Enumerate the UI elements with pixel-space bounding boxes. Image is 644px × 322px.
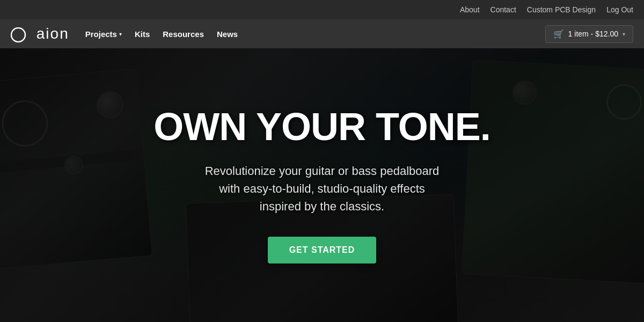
logo-text: aion bbox=[36, 25, 69, 42]
hero-section: OWN YOUR TONE. Revolutionize your guitar… bbox=[0, 48, 644, 322]
top-bar-nav: About Contact Custom PCB Design Log Out bbox=[460, 5, 633, 14]
main-nav: aion Projects ▾ Kits Resources News 🛒 1 … bbox=[0, 19, 644, 48]
get-started-button[interactable]: GET STARTED bbox=[268, 237, 377, 264]
logout-link[interactable]: Log Out bbox=[606, 5, 633, 14]
contact-link[interactable]: Contact bbox=[491, 5, 516, 14]
logo-icon bbox=[11, 27, 30, 42]
resources-link[interactable]: Resources bbox=[163, 30, 204, 39]
about-link[interactable]: About bbox=[460, 5, 480, 14]
top-bar: About Contact Custom PCB Design Log Out bbox=[0, 0, 644, 19]
projects-dropdown-arrow: ▾ bbox=[119, 31, 122, 37]
cart-label: 1 item - $12.00 bbox=[568, 30, 618, 38]
nav-left: aion Projects ▾ Kits Resources News bbox=[11, 25, 238, 42]
cart-dropdown-arrow: ▾ bbox=[623, 31, 625, 37]
projects-nav-item[interactable]: Projects ▾ bbox=[85, 30, 122, 39]
custom-pcb-link[interactable]: Custom PCB Design bbox=[527, 5, 596, 14]
kits-link[interactable]: Kits bbox=[135, 30, 150, 39]
hero-subtitle: Revolutionize your guitar or bass pedalb… bbox=[153, 162, 490, 215]
cart-icon: 🛒 bbox=[553, 29, 564, 39]
hero-title: OWN YOUR TONE. bbox=[153, 107, 490, 146]
logo[interactable]: aion bbox=[11, 25, 69, 42]
nav-links: Projects ▾ Kits Resources News bbox=[85, 30, 238, 39]
hero-content: OWN YOUR TONE. Revolutionize your guitar… bbox=[143, 107, 501, 264]
cart-button[interactable]: 🛒 1 item - $12.00 ▾ bbox=[545, 25, 633, 43]
svg-rect-0 bbox=[11, 28, 25, 42]
projects-link[interactable]: Projects bbox=[85, 30, 117, 39]
news-link[interactable]: News bbox=[217, 30, 238, 39]
